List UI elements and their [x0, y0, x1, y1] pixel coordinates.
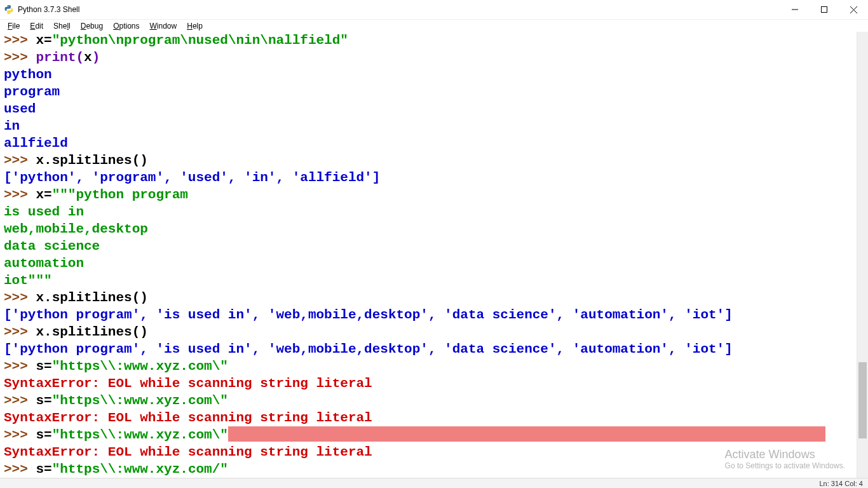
- code-text: x=: [36, 33, 51, 48]
- menu-window[interactable]: Window: [146, 20, 181, 32]
- shell-content-area[interactable]: >>> x="python\nprogram\nused\nin\nallfie…: [0, 32, 868, 478]
- selection-highlight: [228, 426, 825, 442]
- output-text: ['python program', 'is used in', 'web,mo…: [4, 342, 733, 356]
- string-literal: "https\\:www.xyz.com\": [52, 359, 228, 374]
- arg: x: [84, 50, 92, 65]
- prompt: >>>: [4, 359, 36, 374]
- maximize-button[interactable]: [810, 0, 839, 19]
- close-button[interactable]: [839, 0, 868, 19]
- prompt: >>>: [4, 428, 36, 442]
- python-icon: [4, 4, 14, 15]
- menu-edit[interactable]: Edit: [26, 20, 47, 32]
- prompt: >>>: [4, 325, 36, 339]
- prompt: >>>: [4, 393, 36, 408]
- scroll-thumb[interactable]: [858, 362, 867, 438]
- prompt: >>>: [4, 290, 36, 305]
- code-text: x.splitlines(): [36, 153, 147, 168]
- paren-close: ): [92, 50, 100, 65]
- string-literal-continued: is used in web,mobile,desktop data scien…: [4, 205, 148, 288]
- output-text: python program used in allfield: [4, 67, 68, 151]
- prompt: >>>: [4, 153, 36, 168]
- string-literal: "https\\:www.xyz.com\": [52, 393, 228, 408]
- output-text: ['python program', 'is used in', 'web,mo…: [4, 308, 733, 322]
- string-literal: "python\nprogram\nused\nin\nallfield": [52, 33, 348, 48]
- menu-bar: File Edit Shell Debug Options Window Hel…: [0, 20, 868, 33]
- code-text: x=: [36, 187, 51, 202]
- string-literal: """python program: [52, 187, 188, 202]
- svg-rect-1: [822, 7, 827, 13]
- minimize-button[interactable]: [780, 0, 810, 19]
- error-text: SyntaxError: EOL while scanning string l…: [4, 410, 372, 425]
- paren-open: (: [76, 50, 84, 65]
- code-text: s=: [36, 462, 51, 477]
- window-controls: [780, 0, 868, 19]
- window-title: Python 3.7.3 Shell: [18, 5, 79, 14]
- output-text: ['python', 'program', 'used', 'in', 'all…: [4, 170, 380, 185]
- menu-file[interactable]: File: [4, 20, 24, 32]
- vertical-scrollbar[interactable]: [857, 32, 868, 478]
- code-text: x.splitlines(): [36, 290, 147, 305]
- prompt: >>>: [4, 33, 36, 48]
- code-text: s=: [36, 393, 51, 408]
- code-text: s=: [36, 359, 51, 374]
- string-literal: "https\\:www.xyz.com/": [52, 462, 228, 477]
- code-text: s=: [36, 428, 51, 442]
- menu-debug[interactable]: Debug: [77, 20, 107, 32]
- shell-text[interactable]: >>> x="python\nprogram\nused\nin\nallfie…: [0, 32, 868, 478]
- menu-help[interactable]: Help: [183, 20, 207, 32]
- cursor-position: Ln: 314 Col: 4: [820, 480, 864, 487]
- status-bar: Ln: 314 Col: 4: [0, 478, 868, 488]
- code-text: x.splitlines(): [36, 325, 147, 339]
- error-text: SyntaxError: EOL while scanning string l…: [4, 376, 372, 391]
- prompt: >>>: [4, 187, 36, 202]
- prompt: >>>: [4, 462, 36, 477]
- menu-options[interactable]: Options: [109, 20, 143, 32]
- string-literal: "https\\:www.xyz.com\": [52, 428, 228, 442]
- builtin-call: print: [36, 50, 76, 65]
- error-text: SyntaxError: EOL while scanning string l…: [4, 445, 372, 459]
- prompt: >>>: [4, 50, 36, 65]
- title-bar: Python 3.7.3 Shell: [0, 0, 868, 20]
- menu-shell[interactable]: Shell: [50, 20, 74, 32]
